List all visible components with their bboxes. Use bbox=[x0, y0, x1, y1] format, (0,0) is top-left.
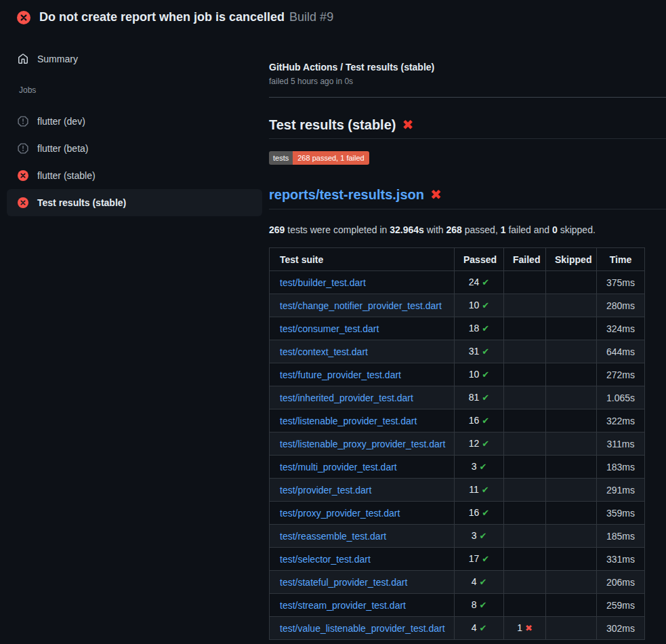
suite-cell: test/inherited_provider_test.dart bbox=[270, 386, 455, 409]
check-icon: ✔ bbox=[482, 300, 489, 310]
breadcrumb: GitHub Actions / Test results (stable) bbox=[269, 60, 666, 74]
sidebar-item-summary[interactable]: Summary bbox=[7, 45, 262, 73]
suite-link[interactable]: test/stateful_provider_test.dart bbox=[280, 577, 407, 588]
suite-link[interactable]: test/listenable_proxy_provider_test.dart bbox=[280, 439, 445, 449]
check-icon: ✔ bbox=[482, 485, 489, 495]
passed-cell: 24✔ bbox=[455, 271, 504, 294]
suite-link[interactable]: test/stream_provider_test.dart bbox=[280, 600, 406, 611]
time-cell: 375ms bbox=[597, 271, 645, 294]
suite-cell: test/reassemble_test.dart bbox=[270, 525, 455, 548]
check-icon: ✔ bbox=[482, 439, 489, 449]
suite-link[interactable]: test/multi_provider_test.dart bbox=[280, 462, 397, 472]
suite-link[interactable]: test/change_notifier_provider_test.dart bbox=[280, 300, 442, 311]
time-cell: 259ms bbox=[597, 594, 645, 617]
failed-cell bbox=[504, 502, 546, 525]
time-cell: 185ms bbox=[597, 525, 645, 548]
check-icon: ✔ bbox=[482, 277, 489, 287]
suite-link[interactable]: test/reassemble_test.dart bbox=[280, 531, 386, 542]
job-label: flutter (stable) bbox=[37, 170, 96, 181]
check-icon: ✔ bbox=[482, 346, 489, 357]
failed-cell bbox=[504, 525, 546, 548]
suite-link[interactable]: test/consumer_test.dart bbox=[280, 323, 379, 334]
passed-cell: 10✔ bbox=[455, 363, 504, 386]
passed-cell: 17✔ bbox=[455, 548, 504, 571]
check-icon: ✔ bbox=[482, 554, 489, 564]
suite-link[interactable]: test/listenable_provider_test.dart bbox=[280, 416, 417, 426]
suite-link[interactable]: test/proxy_provider_test.dart bbox=[280, 508, 400, 519]
col-passed: Passed bbox=[455, 248, 504, 271]
suite-cell: test/builder_test.dart bbox=[270, 271, 455, 294]
failed-cell bbox=[504, 548, 546, 571]
table-row: test/context_test.dart31✔644ms bbox=[270, 340, 645, 363]
failed-x-icon: ✖ bbox=[402, 117, 413, 132]
skipped-cell bbox=[546, 617, 597, 640]
passed-cell: 3✔ bbox=[455, 525, 504, 548]
suite-link[interactable]: test/future_provider_test.dart bbox=[280, 369, 401, 380]
job-label: flutter (dev) bbox=[37, 116, 85, 127]
skipped-cell bbox=[546, 502, 597, 525]
table-row: test/stateful_provider_test.dart4✔206ms bbox=[270, 571, 645, 594]
time-cell: 331ms bbox=[597, 548, 645, 571]
table-header-row: Test suite Passed Failed Skipped Time bbox=[270, 248, 645, 271]
suite-cell: test/change_notifier_provider_test.dart bbox=[270, 294, 455, 317]
time-cell: 322ms bbox=[597, 409, 645, 432]
failed-cell bbox=[504, 432, 546, 456]
check-icon: ✔ bbox=[482, 323, 489, 334]
sidebar-item-flutter-beta[interactable]: flutter (beta) bbox=[7, 135, 262, 162]
time-cell: 280ms bbox=[597, 294, 645, 317]
report-link[interactable]: reports/test-results.json bbox=[269, 187, 424, 202]
stop-icon bbox=[18, 116, 28, 127]
suite-link[interactable]: test/context_test.dart bbox=[280, 346, 368, 357]
build-number: Build #9 bbox=[289, 10, 333, 24]
skipped-cell bbox=[546, 340, 597, 363]
main-content: GitHub Actions / Test results (stable) f… bbox=[269, 33, 666, 640]
time-cell: 324ms bbox=[597, 317, 645, 340]
stop-icon bbox=[18, 143, 28, 154]
suite-cell: test/consumer_test.dart bbox=[270, 317, 455, 340]
table-row: test/future_provider_test.dart10✔272ms bbox=[270, 363, 645, 386]
failed-cell bbox=[504, 409, 546, 432]
results-table-body: test/builder_test.dart24✔375mstest/chang… bbox=[270, 271, 645, 640]
suite-cell: test/proxy_provider_test.dart bbox=[270, 502, 455, 525]
skipped-cell bbox=[546, 479, 597, 502]
passed-cell: 8✔ bbox=[455, 594, 504, 617]
skipped-cell bbox=[546, 594, 597, 617]
sidebar-item-test-results-stable[interactable]: Test results (stable) bbox=[7, 189, 262, 216]
tests-badge: tests 268 passed, 1 failed bbox=[269, 151, 369, 165]
suite-link[interactable]: test/inherited_provider_test.dart bbox=[280, 393, 413, 403]
status-line: failed 5 hours ago in 0s bbox=[269, 76, 666, 87]
skipped-cell bbox=[546, 294, 597, 317]
suite-cell: test/future_provider_test.dart bbox=[270, 363, 455, 386]
skipped-cell bbox=[546, 525, 597, 548]
time-cell: 272ms bbox=[597, 363, 645, 386]
skipped-cell bbox=[546, 363, 597, 386]
suite-cell: test/listenable_provider_test.dart bbox=[270, 409, 455, 432]
check-icon: ✔ bbox=[479, 577, 486, 587]
check-icon: ✔ bbox=[482, 369, 489, 380]
suite-link[interactable]: test/selector_test.dart bbox=[280, 554, 371, 565]
suite-cell: test/provider_test.dart bbox=[270, 479, 455, 502]
table-row: test/reassemble_test.dart3✔185ms bbox=[270, 525, 645, 548]
suite-link[interactable]: test/builder_test.dart bbox=[280, 277, 366, 288]
col-failed: Failed bbox=[504, 248, 546, 271]
report-heading: reports/test-results.json✖ bbox=[269, 186, 666, 209]
skipped-cell bbox=[546, 317, 597, 340]
suite-link[interactable]: test/value_listenable_provider_test.dart bbox=[280, 623, 445, 634]
passed-cell: 4✔ bbox=[455, 617, 504, 640]
suite-cell: test/value_listenable_provider_test.dart bbox=[270, 617, 455, 640]
sidebar-item-flutter-dev[interactable]: flutter (dev) bbox=[7, 108, 262, 135]
time-cell: 291ms bbox=[597, 479, 645, 502]
table-row: test/value_listenable_provider_test.dart… bbox=[270, 617, 645, 640]
check-icon: ✔ bbox=[482, 508, 489, 518]
failed-cell bbox=[504, 340, 546, 363]
sidebar-item-flutter-stable[interactable]: flutter (stable) bbox=[7, 162, 262, 189]
time-cell: 1.065s bbox=[597, 386, 645, 409]
skipped-cell bbox=[546, 432, 597, 456]
failed-cell bbox=[504, 456, 546, 479]
suite-link[interactable]: test/provider_test.dart bbox=[280, 485, 371, 496]
skipped-cell bbox=[546, 386, 597, 409]
skipped-cell bbox=[546, 548, 597, 571]
table-row: test/multi_provider_test.dart3✔183ms bbox=[270, 456, 645, 479]
passed-cell: 18✔ bbox=[455, 317, 504, 340]
failed-cell bbox=[504, 271, 546, 294]
